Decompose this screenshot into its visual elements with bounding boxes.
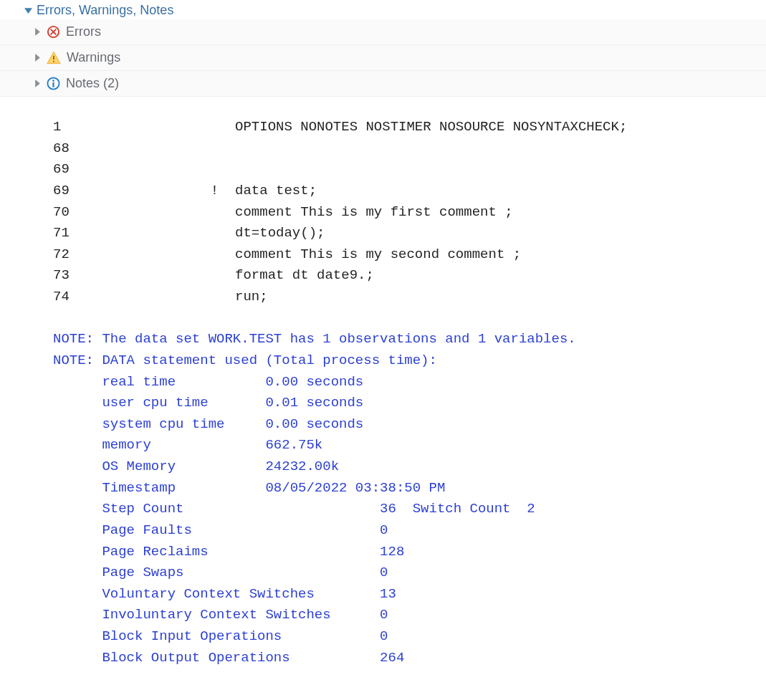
- svg-rect-2: [53, 61, 54, 62]
- errors-label: Errors: [66, 24, 101, 39]
- line-number: 69: [53, 181, 153, 202]
- log-note-line: NOTE: The data set WORK.TEST has 1 obser…: [53, 329, 766, 350]
- caret-down-icon: [24, 6, 32, 14]
- log-code-line: 68: [53, 138, 766, 160]
- log-code-text: comment This is my second comment ;: [153, 246, 521, 262]
- info-icon: [47, 77, 60, 90]
- log-note-line: Block Input Operations 0: [53, 626, 766, 648]
- line-number: 74: [53, 287, 153, 308]
- log-note-line: NOTE: DATA statement used (Total process…: [53, 350, 766, 372]
- log-code-line: 70 comment This is my first comment ;: [53, 202, 766, 224]
- section-header-summary[interactable]: Errors, Warnings, Notes: [0, 0, 766, 19]
- line-number: 1: [53, 117, 153, 138]
- log-note-line: OS Memory 24232.00k: [53, 456, 766, 478]
- line-number: 72: [53, 244, 153, 266]
- svg-rect-1: [53, 56, 54, 59]
- log-note-line: Involuntary Context Switches 0: [53, 605, 766, 626]
- log-note-line: user cpu time 0.01 seconds: [53, 393, 766, 414]
- svg-point-4: [52, 80, 54, 82]
- log-code-line: 71 dt=today();: [53, 223, 766, 244]
- log-output: 1 OPTIONS NONOTES NOSTIMER NOSOURCE NOSY…: [0, 97, 766, 683]
- line-number: 68: [53, 138, 153, 160]
- log-note-line: system cpu time 0.00 seconds: [53, 414, 766, 436]
- caret-right-icon: [34, 54, 41, 62]
- log-note-line: memory 662.75k: [53, 435, 766, 456]
- log-code-text: OPTIONS NONOTES NOSTIMER NOSOURCE NOSYNT…: [153, 119, 627, 135]
- svg-rect-5: [52, 82, 54, 87]
- log-code-line: 1 OPTIONS NONOTES NOSTIMER NOSOURCE NOSY…: [53, 117, 766, 138]
- line-number: 71: [53, 223, 153, 244]
- log-note-line: Block Output Operations 264: [53, 648, 766, 669]
- log-code-text: dt=today();: [153, 225, 325, 241]
- log-note-line: Page Swaps 0: [53, 562, 766, 584]
- log-code-text: [153, 140, 235, 156]
- caret-right-icon: [34, 28, 41, 36]
- line-number: 73: [53, 265, 153, 287]
- log-note-line: Voluntary Context Switches 13: [53, 584, 766, 605]
- caret-right-icon: [34, 80, 41, 87]
- log-code-line: 74 run;: [53, 287, 766, 308]
- section-row-warnings[interactable]: Warnings: [0, 45, 766, 71]
- log-code-text: comment This is my first comment ;: [153, 204, 513, 220]
- log-code-text: ! data test;: [153, 183, 317, 198]
- section-row-notes[interactable]: Notes (2): [0, 71, 766, 97]
- log-code-text: run;: [153, 289, 268, 305]
- log-code-text: format dt date9.;: [153, 267, 374, 283]
- log-code-line: 72 comment This is my second comment ;: [53, 244, 766, 266]
- log-code-text: [153, 161, 235, 177]
- log-note-line: Step Count 36 Switch Count 2: [53, 499, 766, 520]
- warning-icon: [47, 51, 61, 64]
- section-header-title: Errors, Warnings, Notes: [37, 3, 173, 18]
- log-code-line: 69 ! data test;: [53, 181, 766, 202]
- line-number: 69: [53, 159, 153, 181]
- log-panel: Errors, Warnings, Notes Errors Warnings: [0, 0, 766, 683]
- log-note-line: Timestamp 08/05/2022 03:38:50 PM: [53, 478, 766, 499]
- log-code-line: 69: [53, 159, 766, 181]
- warnings-label: Warnings: [67, 50, 120, 65]
- log-note-line: Page Reclaims 128: [53, 542, 766, 563]
- section-row-errors[interactable]: Errors: [0, 19, 766, 45]
- log-blank-line: [53, 308, 766, 330]
- log-note-line: real time 0.00 seconds: [53, 372, 766, 393]
- log-note-line: Page Faults 0: [53, 520, 766, 542]
- notes-label: Notes (2): [66, 76, 119, 91]
- log-code-line: 73 format dt date9.;: [53, 265, 766, 287]
- error-icon: [47, 25, 60, 39]
- line-number: 70: [53, 202, 153, 224]
